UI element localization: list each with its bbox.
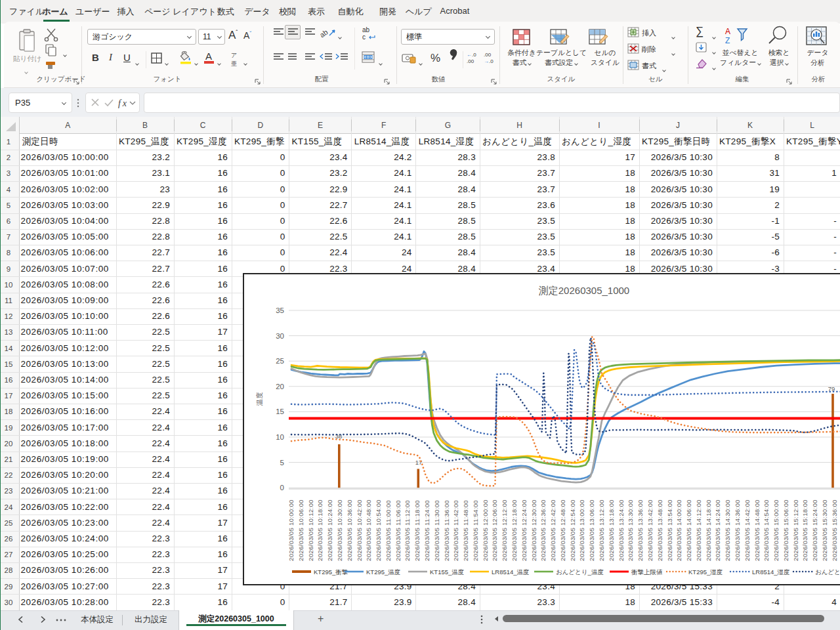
svg-text:おんどとり_温度: おんどとり_温度 <box>556 568 604 576</box>
svg-text:2026/03/05 11:06:00: 2026/03/05 11:06:00 <box>394 500 402 561</box>
svg-text:おんどとり_湿度: おんどとり_湿度 <box>815 568 840 576</box>
svg-text:2026/03/05 14:54:00: 2026/03/05 14:54:00 <box>763 499 770 561</box>
svg-text:5: 5 <box>280 459 284 467</box>
svg-text:A: A <box>725 27 730 36</box>
svg-text:2026/03/05 11:36:00: 2026/03/05 11:36:00 <box>443 500 450 561</box>
svg-text:2026/03/05 10:36:00: 2026/03/05 10:36:00 <box>346 499 353 561</box>
svg-text:2026/03/05 10:48:00: 2026/03/05 10:48:00 <box>365 499 372 561</box>
svg-text:2026/03/05 15:06:00: 2026/03/05 15:06:00 <box>782 499 789 561</box>
svg-text:2026/03/05 10:42:00: 2026/03/05 10:42:00 <box>356 499 363 561</box>
svg-text:2026/03/05 11:12:00: 2026/03/05 11:12:00 <box>404 500 411 561</box>
svg-text:30: 30 <box>276 332 284 340</box>
svg-text:2026/03/05 13:00:00: 2026/03/05 13:00:00 <box>578 499 585 561</box>
svg-text:LR8514_温度: LR8514_温度 <box>492 568 530 576</box>
svg-text:ab: ab <box>320 28 329 39</box>
svg-text:10: 10 <box>276 433 284 441</box>
svg-text:KT155_温度: KT155_温度 <box>430 568 464 576</box>
svg-text:KT295_湿度: KT295_湿度 <box>688 568 723 576</box>
svg-text:2026/03/05 10:12:00: 2026/03/05 10:12:00 <box>307 499 314 561</box>
svg-text:2026/03/05 14:06:00: 2026/03/05 14:06:00 <box>685 499 692 561</box>
svg-text:2026/03/05 12:24:00: 2026/03/05 12:24:00 <box>520 499 528 561</box>
svg-text:2026/03/05 10:30:00: 2026/03/05 10:30:00 <box>336 499 343 561</box>
svg-text:2026/03/05 11:18:00: 2026/03/05 11:18:00 <box>413 500 421 561</box>
svg-text:2026/03/05 15:00:00: 2026/03/05 15:00:00 <box>772 499 780 561</box>
svg-text:2026/03/05 12:12:00: 2026/03/05 12:12:00 <box>501 499 508 561</box>
svg-text:15: 15 <box>276 408 284 415</box>
svg-text:0: 0 <box>280 484 284 492</box>
svg-text:2026/03/05 12:36:00: 2026/03/05 12:36:00 <box>539 499 547 561</box>
svg-text:衝撃上限値: 衝撃上限値 <box>631 568 663 576</box>
svg-text:2026/03/05 13:48:00: 2026/03/05 13:48:00 <box>656 499 663 561</box>
svg-text:2026/03/05 14:30:00: 2026/03/05 14:30:00 <box>724 499 731 561</box>
svg-text:25: 25 <box>276 357 284 365</box>
svg-text:20: 20 <box>276 383 284 390</box>
svg-text:2026/03/05 13:18:00: 2026/03/05 13:18:00 <box>608 499 615 561</box>
svg-text:2026/03/05 13:06:00: 2026/03/05 13:06:00 <box>588 499 595 561</box>
svg-text:KT295_衝撃: KT295_衝撃 <box>314 568 348 576</box>
svg-text:温度: 温度 <box>255 392 263 406</box>
svg-text:2026/03/05 15:12:00: 2026/03/05 15:12:00 <box>792 499 799 561</box>
svg-text:2026/03/05 14:18:00: 2026/03/05 14:18:00 <box>705 499 712 561</box>
svg-text:2026/03/05 14:00:00: 2026/03/05 14:00:00 <box>675 499 682 561</box>
svg-text:2026/03/05 14:36:00: 2026/03/05 14:36:00 <box>734 499 741 561</box>
svg-text:2026/03/05 13:54:00: 2026/03/05 13:54:00 <box>666 499 673 561</box>
svg-text:2026/03/05 13:12:00: 2026/03/05 13:12:00 <box>598 499 605 561</box>
svg-text:17: 17 <box>415 459 423 466</box>
svg-text:2026/03/05 10:00:00: 2026/03/05 10:00:00 <box>287 499 295 561</box>
svg-text:2026/03/05 13:24:00: 2026/03/05 13:24:00 <box>618 499 625 561</box>
svg-text:35: 35 <box>276 306 284 314</box>
svg-text:KT295_温度: KT295_温度 <box>366 568 400 576</box>
svg-text:2026/03/05 12:06:00: 2026/03/05 12:06:00 <box>491 499 498 561</box>
svg-text:2026/03/05 12:54:00: 2026/03/05 12:54:00 <box>569 499 576 561</box>
svg-text:2026/03/05 11:30:00: 2026/03/05 11:30:00 <box>433 500 440 561</box>
svg-text:2026/03/05 15:36:00: 2026/03/05 15:36:00 <box>831 499 838 561</box>
svg-text:2026/03/05 12:42:00: 2026/03/05 12:42:00 <box>549 499 556 561</box>
svg-text:2026/03/05 15:30:00: 2026/03/05 15:30:00 <box>821 499 828 561</box>
svg-text:2026/03/05 10:06:00: 2026/03/05 10:06:00 <box>297 499 304 561</box>
svg-text:2026/03/05 11:48:00: 2026/03/05 11:48:00 <box>462 500 469 561</box>
svg-text:2026/03/05 12:18:00: 2026/03/05 12:18:00 <box>511 499 518 561</box>
svg-text:2026/03/05 12:30:00: 2026/03/05 12:30:00 <box>530 499 537 561</box>
svg-text:2026/03/05 14:24:00: 2026/03/05 14:24:00 <box>714 499 721 561</box>
svg-text:2026/03/05 12:00:00: 2026/03/05 12:00:00 <box>482 499 489 561</box>
svg-text:2026/03/05 11:42:00: 2026/03/05 11:42:00 <box>452 500 459 561</box>
svg-text:測定20260305_1000: 測定20260305_1000 <box>539 285 629 296</box>
svg-text:2026/03/05 13:42:00: 2026/03/05 13:42:00 <box>646 499 654 561</box>
svg-text:2026/03/05 11:54:00: 2026/03/05 11:54:00 <box>472 500 479 561</box>
svg-text:2026/03/05 11:24:00: 2026/03/05 11:24:00 <box>423 500 430 561</box>
svg-text:2026/03/05 13:30:00: 2026/03/05 13:30:00 <box>627 499 634 561</box>
svg-text:2026/03/05 11:00:00: 2026/03/05 11:00:00 <box>385 500 392 561</box>
svg-text:2026/03/05 14:48:00: 2026/03/05 14:48:00 <box>753 499 761 561</box>
svg-text:2026/03/05 10:24:00: 2026/03/05 10:24:00 <box>326 499 333 561</box>
svg-text:2026/03/05 15:24:00: 2026/03/05 15:24:00 <box>811 499 818 561</box>
svg-text:f x: f x <box>118 98 127 108</box>
svg-text:Z: Z <box>725 36 730 45</box>
svg-text:2026/03/05 14:42:00: 2026/03/05 14:42:00 <box>744 499 751 561</box>
svg-text:LR8514_湿度: LR8514_湿度 <box>752 568 790 576</box>
svg-text:2026/03/05 14:12:00: 2026/03/05 14:12:00 <box>695 499 702 561</box>
svg-text:2026/03/05 13:36:00: 2026/03/05 13:36:00 <box>637 499 644 561</box>
svg-text:2026/03/05 12:48:00: 2026/03/05 12:48:00 <box>559 499 566 561</box>
svg-text:2026/03/05 15:18:00: 2026/03/05 15:18:00 <box>801 499 808 561</box>
svg-text:2026/03/05 10:54:00: 2026/03/05 10:54:00 <box>375 499 382 561</box>
svg-text:2026/03/05 10:18:00: 2026/03/05 10:18:00 <box>316 499 324 561</box>
